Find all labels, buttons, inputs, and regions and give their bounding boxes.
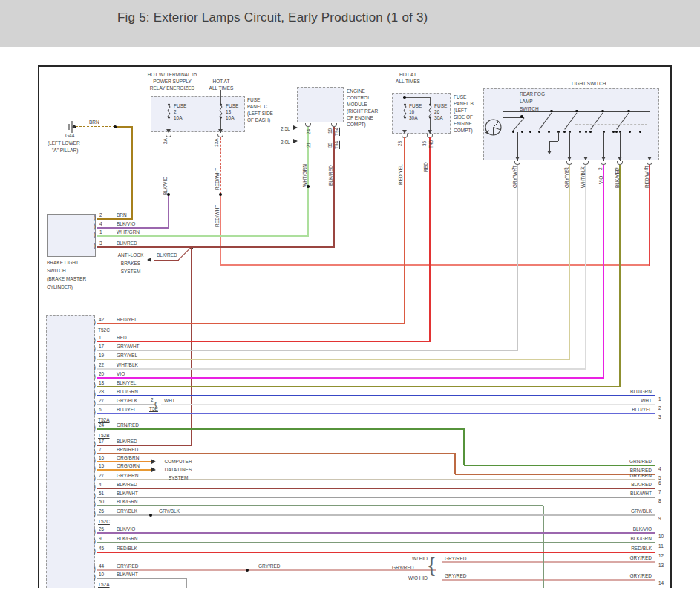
pin-bracket-icon: ): [94, 449, 96, 456]
junction-dot: [563, 131, 566, 133]
wire: [97, 218, 133, 220]
junction-dot: [403, 96, 406, 99]
connector-pin-number: 26: [99, 508, 104, 514]
wire: [97, 368, 586, 370]
wire: [454, 454, 456, 474]
fuse-label: 26: [434, 109, 439, 115]
fuse-label: 30A: [409, 115, 418, 121]
junction-dot: [512, 131, 514, 133]
ground-loc-2: "A" PILLAR): [52, 148, 78, 154]
connector-wire-label: GRY/BRN: [117, 473, 139, 479]
edge-pin-number: 8: [658, 498, 661, 504]
ecm-label: OF ENGINE: [347, 115, 373, 121]
light-switch-title: LIGHT SWITCH: [572, 81, 606, 87]
connector-wire-label: BLK/GRN: [117, 499, 138, 505]
rear-fog-label: SWITCH: [520, 106, 539, 112]
wire-label: VIO: [598, 176, 604, 184]
wire: [464, 465, 655, 466]
connector-wire-label: BLK/WHT: [117, 491, 138, 497]
headlamp-knob-icon: [483, 117, 503, 137]
pin-bracket-icon: ): [94, 391, 96, 398]
junction-dot: [219, 193, 222, 196]
ecm-label: CONTROL: [347, 95, 370, 101]
junction-dot: [579, 131, 581, 133]
wire: [603, 165, 604, 379]
wire: [97, 359, 569, 360]
feed-label: ALL TIMES: [391, 79, 425, 85]
edge-wire-label: BLK/WHT: [588, 491, 652, 497]
brake-pin-number: 2: [99, 212, 102, 218]
data-lines-label: DATA LINES: [159, 467, 197, 473]
arrow-icon: [567, 157, 572, 160]
panel-label: PANEL B: [454, 101, 474, 107]
brake-pin-number: 4: [99, 221, 102, 227]
panel-label: (LEFT: [454, 108, 467, 114]
wire-label-brn: BRN: [89, 120, 99, 125]
wire: [97, 386, 620, 387]
pin-bracket-icon: ): [94, 475, 96, 482]
wire-splice-label: GRY/BLK: [159, 508, 180, 514]
rear-fog-label: LAMP: [520, 99, 533, 105]
data-lines-label: COMPUTER: [159, 459, 197, 465]
connector-name: T52C: [98, 519, 110, 525]
pin-bracket-icon: ): [94, 409, 96, 416]
connector-pin-number: 15: [99, 463, 104, 469]
connector-pin-number: 20: [99, 371, 104, 377]
inline-connector-name: T5E: [149, 406, 158, 412]
wire-dashed: [76, 126, 115, 127]
connector-pin-number: 4: [99, 482, 102, 488]
wire: [543, 506, 544, 588]
brake-pin-wire-label: BRN: [117, 212, 127, 218]
arrow-icon: [402, 130, 407, 134]
junction-dot: [548, 131, 550, 133]
pin-bracket-icon: ): [94, 493, 96, 500]
arrow-icon: [515, 157, 520, 160]
wire: [97, 461, 151, 462]
wire: [97, 323, 405, 324]
connector-wire-label: VIO: [117, 371, 125, 377]
edge-wire-label: BLK/VIO: [588, 526, 652, 532]
fuse-label: 30A: [434, 115, 443, 121]
connector-wire-label: GRY/BLK: [117, 508, 137, 514]
ecm-box: [297, 87, 344, 122]
wire-label-red: RED: [423, 162, 428, 172]
ecm-connector: T94: [334, 128, 339, 136]
connector-name: T52C: [98, 327, 110, 333]
wiring-diagram-page: Fig 5: Exterior Lamps Circuit, Early Pro…: [0, 0, 700, 605]
panel-label: PANEL C: [247, 104, 267, 110]
wire-label: RED/WHT: [644, 166, 650, 188]
connector-pin-number: 27: [99, 473, 104, 479]
connector-wire-label: BLK/WHT: [117, 572, 138, 578]
wire-label: GRY/WHT: [512, 165, 518, 188]
wire-label-blkred: BLK/RED: [157, 252, 177, 258]
brake-switch-label: SWITCH: [47, 268, 66, 274]
connector-wire-label: ORG/BRN: [117, 455, 139, 461]
junction-dot: [601, 110, 604, 113]
fuse-label: FUSE: [434, 103, 447, 109]
wire-label-gryred: GRY/RED: [445, 556, 467, 562]
pin-bracket-icon: ): [94, 501, 96, 508]
ecm-pin: 24: [306, 129, 311, 134]
abs-system-label: ANTI-LOCK: [111, 252, 150, 258]
wire-label-redwht: RED/WHT: [215, 168, 220, 190]
hid-without-label: W/O HID: [389, 575, 428, 581]
brake-pin-number: 1: [99, 229, 102, 235]
wire: [97, 428, 465, 430]
ecm-label: COMPT): [347, 122, 366, 128]
wire: [97, 488, 655, 489]
connector-pin-number: 9: [99, 536, 102, 542]
connector-wire-label: BLK/YEL: [117, 380, 136, 386]
junction-dot: [114, 125, 117, 128]
panel-label: ENGINE: [454, 121, 472, 127]
panel-label: SIDE OF: [454, 114, 473, 120]
connector-wire-label: BLK/VIO: [117, 526, 135, 532]
connector-wire-label: ORG/GRN: [117, 463, 140, 469]
edge-pin-number: 12: [658, 553, 664, 559]
wire: [97, 569, 436, 571]
fuse-icon: [166, 103, 172, 119]
arrow-icon: [601, 157, 606, 160]
edge-pin-number: 13: [658, 563, 664, 569]
wire: [619, 165, 621, 387]
wire: [463, 429, 465, 465]
pin-bracket-icon: ): [94, 511, 96, 517]
